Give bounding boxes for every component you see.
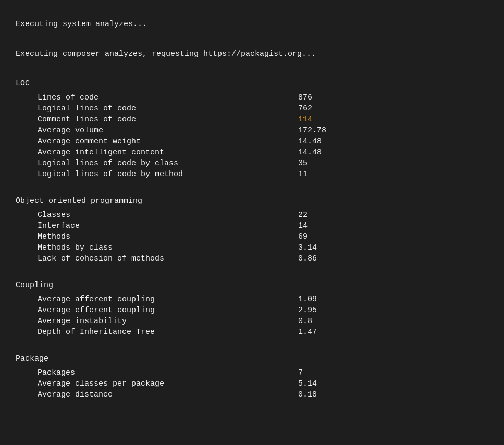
metric-label: Average afferent coupling (38, 295, 298, 304)
metric-value: 762 (298, 104, 312, 113)
metric-row: Average efferent coupling2.95 (16, 305, 488, 316)
metric-value: 22 (298, 211, 308, 219)
metric-value: 11 (298, 170, 308, 179)
metric-row: Average volume172.78 (16, 125, 488, 136)
metric-label: Logical lines of code by class (38, 159, 298, 168)
metric-row: Classes22 (16, 209, 488, 220)
metric-value: 5.14 (298, 379, 317, 388)
metric-row: Average intelligent content14.48 (16, 147, 488, 158)
metric-row: Methods69 (16, 231, 488, 242)
terminal-content: Executing system analyzes... Executing c… (0, 10, 504, 418)
metric-value: 14 (298, 221, 308, 230)
metric-label: Comment lines of code (38, 115, 298, 124)
metric-row: Methods by class3.14 (16, 242, 488, 253)
metric-row: Lines of code876 (16, 92, 488, 103)
metric-value: 0.8 (298, 317, 312, 326)
metric-label: Average efferent coupling (38, 306, 298, 315)
metric-value: 35 (298, 159, 308, 168)
metric-row: Average classes per package5.14 (16, 378, 488, 389)
metric-value: 1.09 (298, 295, 317, 304)
section-header-coupling: Coupling (16, 281, 488, 290)
section-header-package: Package (16, 354, 488, 363)
metric-row: Logical lines of code by class35 (16, 158, 488, 169)
metric-value: 172.78 (298, 126, 326, 135)
metric-label: Packages (38, 368, 298, 377)
metric-label: Logical lines of code by method (38, 170, 298, 179)
terminal-window: Executing system analyzes... Executing c… (0, 0, 504, 445)
metric-label: Interface (38, 221, 298, 230)
metric-value: 0.18 (298, 390, 317, 399)
metric-label: Average instability (38, 317, 298, 326)
metric-value: 2.95 (298, 306, 317, 315)
metric-value: 69 (298, 232, 308, 241)
metric-row: Average comment weight14.48 (16, 136, 488, 147)
metric-row: Logical lines of code by method11 (16, 169, 488, 180)
metric-label: Lack of cohesion of methods (38, 254, 298, 263)
section-header-loc: LOC (16, 79, 488, 88)
metric-value: 14.48 (298, 137, 322, 146)
metric-value: 14.48 (298, 148, 322, 157)
metric-label: Classes (38, 211, 298, 219)
metric-row: Average afferent coupling1.09 (16, 294, 488, 305)
metric-label: Methods by class (38, 243, 298, 252)
metric-row: Packages7 (16, 367, 488, 378)
metric-row: Interface14 (16, 220, 488, 231)
metric-row: Average instability0.8 (16, 316, 488, 327)
metric-row: Depth of Inheritance Tree1.47 (16, 327, 488, 338)
metric-value: 7 (298, 368, 303, 377)
metric-value: 876 (298, 93, 312, 102)
status-line-2: Executing composer analyzes, requesting … (16, 45, 488, 63)
status-line-1: Executing system analyzes... (16, 16, 488, 33)
metric-label: Average classes per package (38, 379, 298, 388)
metric-row: Comment lines of code114 (16, 114, 488, 125)
metric-label: Depth of Inheritance Tree (38, 328, 298, 337)
metric-label: Average volume (38, 126, 298, 135)
metric-label: Logical lines of code (38, 104, 298, 113)
metric-row: Logical lines of code762 (16, 103, 488, 114)
metric-value: 1.47 (298, 328, 317, 337)
metric-value: 0.86 (298, 254, 317, 263)
metric-label: Average comment weight (38, 137, 298, 146)
metric-value: 114 (298, 115, 312, 124)
metric-label: Average distance (38, 390, 298, 399)
metric-value: 3.14 (298, 243, 317, 252)
metric-row: Lack of cohesion of methods0.86 (16, 253, 488, 264)
metric-label: Methods (38, 232, 298, 241)
metric-row: Average distance0.18 (16, 389, 488, 400)
metric-label: Lines of code (38, 93, 298, 102)
metric-label: Average intelligent content (38, 148, 298, 157)
section-header-oop: Object oriented programming (16, 196, 488, 205)
